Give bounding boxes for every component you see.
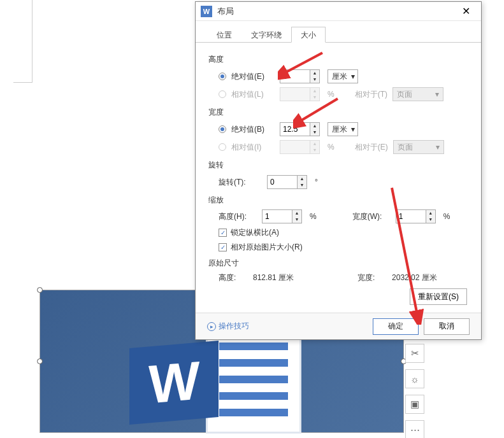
app-icon: W bbox=[201, 6, 212, 17]
original-section-label: 原始尺寸 bbox=[208, 258, 468, 269]
scale-w-input[interactable] bbox=[396, 209, 426, 223]
close-button[interactable]: ✕ bbox=[456, 4, 476, 19]
dialog-titlebar[interactable]: W 布局 ✕ bbox=[196, 2, 481, 21]
rotation-up[interactable]: ▲ bbox=[298, 176, 306, 182]
orig-h-label: 高度: bbox=[219, 272, 236, 283]
rotation-section-label: 旋转 bbox=[208, 160, 468, 171]
width-relto-label: 相对于(E) bbox=[355, 142, 388, 153]
chevron-down-icon: ▾ bbox=[351, 72, 355, 81]
word-logo: W bbox=[129, 332, 314, 434]
lock-aspect-checkbox[interactable]: ✓ bbox=[219, 229, 227, 237]
orig-w-label: 宽度: bbox=[357, 272, 375, 283]
scale-h-label: 高度(H): bbox=[219, 211, 257, 222]
rotation-input[interactable] bbox=[267, 175, 298, 189]
orig-w-value: 2032.02 厘米 bbox=[392, 272, 437, 283]
height-abs-radio[interactable] bbox=[219, 73, 226, 80]
picture-icon[interactable]: ▣ bbox=[405, 395, 424, 414]
rotation-label: 旋转(T): bbox=[219, 177, 262, 188]
chevron-down-icon: ▾ bbox=[435, 90, 439, 99]
width-rel-radio bbox=[219, 143, 226, 151]
resize-handle-ml[interactable] bbox=[37, 358, 43, 364]
width-abs-unit[interactable]: 厘米▾ bbox=[328, 122, 358, 136]
chevron-down-icon: ▾ bbox=[436, 143, 440, 152]
resize-handle-tl[interactable] bbox=[37, 287, 43, 293]
more-icon[interactable]: ⋯ bbox=[405, 420, 424, 438]
width-abs-label: 绝对值(B) bbox=[231, 124, 275, 135]
side-toolbar: ✂ ☼ ▣ ⋯ bbox=[405, 344, 424, 438]
info-icon: ▸ bbox=[207, 322, 216, 331]
scale-h-input[interactable] bbox=[262, 209, 292, 223]
height-rel-label: 相对值(L) bbox=[231, 89, 275, 100]
height-abs-unit[interactable]: 厘米▾ bbox=[328, 69, 358, 83]
layout-dialog: W 布局 ✕ 位置 文字环绕 大小 高度 绝对值(E) ▲▼ 厘米▾ 相对值(L… bbox=[195, 1, 482, 340]
lock-aspect-label: 锁定纵横比(A) bbox=[231, 227, 279, 238]
chevron-down-icon: ▾ bbox=[351, 125, 355, 134]
width-abs-input[interactable] bbox=[280, 122, 310, 136]
page-edge bbox=[13, 0, 32, 83]
tab-position[interactable]: 位置 bbox=[207, 27, 241, 43]
tab-size[interactable]: 大小 bbox=[291, 27, 326, 43]
rel-original-checkbox[interactable]: ✓ bbox=[219, 243, 227, 251]
height-rel-radio bbox=[219, 90, 226, 98]
height-abs-label: 绝对值(E) bbox=[231, 71, 275, 82]
scale-section-label: 缩放 bbox=[208, 195, 468, 206]
height-relto-combo: 页面▾ bbox=[392, 87, 443, 101]
height-section-label: 高度 bbox=[208, 54, 468, 65]
width-section-label: 宽度 bbox=[208, 107, 468, 118]
height-rel-input bbox=[280, 87, 310, 101]
tips-link[interactable]: ▸操作技巧 bbox=[207, 321, 249, 332]
brightness-icon[interactable]: ☼ bbox=[405, 369, 424, 388]
width-abs-down[interactable]: ▼ bbox=[310, 129, 319, 136]
ok-button[interactable]: 确定 bbox=[373, 318, 419, 335]
width-rel-input bbox=[280, 140, 310, 154]
cancel-button[interactable]: 取消 bbox=[424, 318, 470, 335]
height-abs-down[interactable]: ▼ bbox=[310, 76, 319, 83]
width-abs-up[interactable]: ▲ bbox=[310, 123, 319, 129]
tab-bar: 位置 文字环绕 大小 bbox=[196, 21, 481, 43]
reset-button[interactable]: 重新设置(S) bbox=[410, 288, 467, 305]
height-abs-input[interactable] bbox=[280, 69, 310, 83]
height-abs-up[interactable]: ▲ bbox=[310, 70, 319, 76]
scale-w-label: 宽度(W): bbox=[352, 211, 391, 222]
width-abs-radio[interactable] bbox=[219, 125, 226, 133]
rotation-down[interactable]: ▼ bbox=[298, 182, 306, 188]
height-relto-label: 相对于(T) bbox=[355, 89, 387, 100]
rel-original-label: 相对原始图片大小(R) bbox=[231, 242, 303, 253]
width-rel-label: 相对值(I) bbox=[231, 142, 275, 153]
dialog-title: 布局 bbox=[217, 6, 456, 17]
tab-textwrap[interactable]: 文字环绕 bbox=[241, 27, 291, 43]
width-relto-combo: 页面▾ bbox=[393, 140, 444, 154]
orig-h-value: 812.81 厘米 bbox=[253, 272, 294, 283]
crop-icon[interactable]: ✂ bbox=[405, 344, 424, 363]
